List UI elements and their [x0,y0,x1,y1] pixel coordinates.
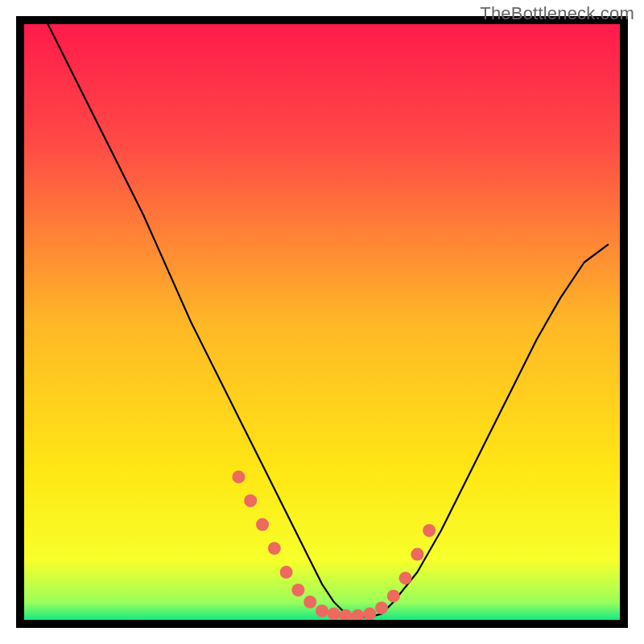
curve-marker [291,584,304,597]
curve-marker [423,524,436,537]
gradient-background [24,24,620,620]
plot-area [0,0,644,644]
curve-marker [244,494,257,507]
curve-marker [316,605,328,617]
curve-marker [387,589,400,602]
curve-marker [399,572,412,584]
curve-marker [280,566,293,579]
bottleneck-curve-chart [0,0,644,644]
curve-marker [375,601,388,614]
curve-marker [411,548,423,561]
curve-marker [303,596,316,609]
chart-container: TheBottleneck.com [0,0,644,644]
curve-marker [268,542,281,555]
curve-marker [363,608,376,621]
watermark-text: TheBottleneck.com [480,3,634,24]
curve-marker [232,470,245,483]
curve-marker [328,608,341,621]
curve-marker [256,518,269,531]
